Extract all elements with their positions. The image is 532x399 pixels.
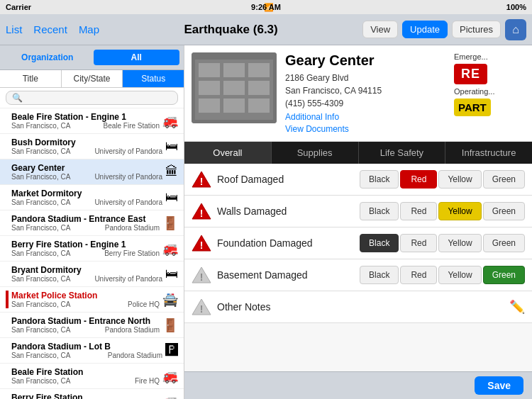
list-item[interactable]: Pandora Stadium - Entrance North San Fra… xyxy=(0,313,184,338)
damage-label: Walls Damaged xyxy=(217,206,354,217)
list-item[interactable]: Berry Fire Station - Engine 1 San Franci… xyxy=(0,236,184,262)
map-nav-button[interactable]: Map xyxy=(79,23,99,35)
yellow-button[interactable]: Yellow xyxy=(438,234,481,252)
tab-supplies[interactable]: Supplies xyxy=(272,142,359,164)
list-item[interactable]: Market Police Station San Francisco, CAP… xyxy=(0,287,184,313)
nav-right-buttons: View Update Pictures ⌂ xyxy=(362,19,526,40)
sidebar: Organization All Title City/State Status… xyxy=(0,45,184,399)
list-item-text: Market Police Station San Francisco, CAP… xyxy=(11,291,160,308)
warn-icon-red: ! xyxy=(192,233,211,253)
pencil-icon[interactable]: ✏️ xyxy=(509,299,525,315)
bed-icon: 🛏 xyxy=(165,139,178,154)
time-label: 9:26 AM xyxy=(251,3,281,11)
battery-label: 100% xyxy=(506,3,526,11)
list-item-text: Pandora Stadium - Lot B San Francisco, C… xyxy=(11,342,162,359)
svg-text:!: ! xyxy=(200,240,204,251)
list-item-text: Bryant Dormitory San Francisco, CAUniver… xyxy=(11,265,162,283)
status-indicator xyxy=(6,342,9,359)
list-item[interactable]: Bryant Dormitory San Francisco, CAUniver… xyxy=(0,262,184,287)
damage-table: ! Roof Damaged Black Red Yellow Green ! … xyxy=(184,164,532,371)
svg-text:!: ! xyxy=(200,208,204,219)
yellow-button[interactable]: Yellow xyxy=(438,202,481,220)
bed-icon: 🛏 xyxy=(165,266,178,281)
tab-life-safety[interactable]: Life Safety xyxy=(359,142,446,164)
list-item[interactable]: Berry Fire Station San Francisco, CAFire… xyxy=(0,389,184,399)
status-indicator xyxy=(6,291,9,308)
svg-text:!: ! xyxy=(200,271,204,283)
status-indicator xyxy=(6,189,9,206)
list-item-text: Pandora Stadium - Entrance East San Fran… xyxy=(11,214,160,232)
emergency-status-badge: RE xyxy=(454,64,487,84)
yellow-button[interactable]: Yellow xyxy=(438,266,481,284)
all-tab[interactable]: All xyxy=(94,50,180,65)
green-button[interactable]: Green xyxy=(483,170,525,189)
item-sub: San Francisco, CAPandora Stadium xyxy=(11,352,162,359)
update-button[interactable]: Update xyxy=(402,21,448,38)
organization-tab[interactable]: Organization xyxy=(4,50,91,65)
warn-icon-grey: ! xyxy=(192,265,211,285)
list-item[interactable]: Pandora Stadium - Lot B San Francisco, C… xyxy=(0,338,184,364)
warn-icon-grey: ! xyxy=(192,297,211,317)
damage-row: ! Roof Damaged Black Red Yellow Green xyxy=(184,164,532,196)
fire-icon: 🚒 xyxy=(162,394,178,400)
item-sub: San Francisco, CAPandora Stadium xyxy=(11,326,160,334)
status-indicator xyxy=(6,367,9,385)
operating-status-badge: PART xyxy=(454,99,491,116)
detail-content: Geary Center 2186 Geary Blvd San Francis… xyxy=(184,45,532,399)
red-button[interactable]: Red xyxy=(400,170,437,189)
red-button[interactable]: Red xyxy=(400,234,437,252)
svg-text:!: ! xyxy=(200,176,204,187)
damage-buttons: Black Red Yellow Green xyxy=(360,266,525,284)
list-nav-button[interactable]: List xyxy=(6,23,22,35)
svg-rect-11 xyxy=(192,52,277,123)
tab-infrastructure[interactable]: Infrastructure xyxy=(445,142,532,164)
additional-info-link[interactable]: Additional Info xyxy=(285,112,445,122)
list-item-text: Beale Fire Station - Engine 1 San Franci… xyxy=(11,112,160,130)
fire-icon: 🚒 xyxy=(162,241,178,257)
operating-label: Operating... xyxy=(454,87,494,96)
status-indicator xyxy=(6,393,9,399)
red-button[interactable]: Red xyxy=(400,202,437,220)
svg-text:!: ! xyxy=(200,303,204,315)
list-item[interactable]: Geary Center San Francisco, CAUniversity… xyxy=(0,159,184,185)
search-input[interactable] xyxy=(6,91,178,105)
damage-label: Basement Damaged xyxy=(217,269,354,281)
filter-status[interactable]: Status xyxy=(123,70,184,87)
carrier-label: Carrier xyxy=(6,3,31,11)
list-item[interactable]: Market Dormitory San Francisco, CAUniver… xyxy=(0,185,184,210)
green-button[interactable]: Green xyxy=(483,266,525,284)
emergency-label: Emerge... xyxy=(454,52,488,61)
filter-city-state[interactable]: City/State xyxy=(62,70,123,87)
home-button[interactable]: ⌂ xyxy=(505,19,526,40)
sidebar-list: Beale Fire Station - Engine 1 San Franci… xyxy=(0,108,184,399)
list-item[interactable]: Pandora Stadium - Entrance East San Fran… xyxy=(0,210,184,236)
view-button[interactable]: View xyxy=(362,21,398,38)
warn-icon-red: ! xyxy=(192,201,211,221)
black-button[interactable]: Black xyxy=(360,170,399,189)
filter-title[interactable]: Title xyxy=(0,70,62,87)
black-button[interactable]: Black xyxy=(360,266,399,284)
black-button[interactable]: Black xyxy=(360,202,399,220)
list-item[interactable]: Bush Dormitory San Francisco, CAUniversi… xyxy=(0,134,184,159)
list-item[interactable]: Beale Fire Station San Francisco, CAFire… xyxy=(0,364,184,389)
emergency-status-panel: Emerge... RE Operating... PART xyxy=(454,52,525,134)
tab-overall[interactable]: Overall xyxy=(184,142,272,164)
yellow-button[interactable]: Yellow xyxy=(438,170,481,189)
pictures-button[interactable]: Pictures xyxy=(452,21,501,38)
green-button[interactable]: Green xyxy=(483,202,525,220)
view-documents-link[interactable]: View Documents xyxy=(285,124,445,134)
list-item-text: Geary Center San Francisco, CAUniversity… xyxy=(11,163,162,181)
item-sub: San Francisco, CAFire HQ xyxy=(11,377,160,385)
recent-nav-button[interactable]: Recent xyxy=(33,23,67,35)
list-item-text: Bush Dormitory San Francisco, CAUniversi… xyxy=(11,137,162,155)
black-button[interactable]: Black xyxy=(360,234,399,252)
address-line1: 2186 Geary Blvd xyxy=(285,72,445,84)
phone-number: (415) 555-4309 xyxy=(285,97,445,110)
detail-info: Geary Center 2186 Geary Blvd San Francis… xyxy=(285,52,445,134)
green-button[interactable]: Green xyxy=(483,234,525,252)
status-indicator xyxy=(6,137,9,155)
save-button[interactable]: Save xyxy=(475,376,523,395)
damage-buttons: Black Red Yellow Green xyxy=(360,202,525,220)
red-button[interactable]: Red xyxy=(400,266,437,284)
list-item[interactable]: Beale Fire Station - Engine 1 San Franci… xyxy=(0,108,184,134)
